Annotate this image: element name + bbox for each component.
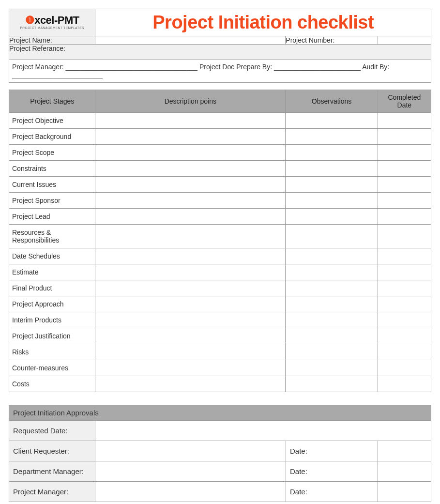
approval-date-label: Date: bbox=[286, 461, 378, 482]
date-cell[interactable] bbox=[378, 328, 431, 344]
desc-cell[interactable] bbox=[95, 376, 286, 392]
obs-cell[interactable] bbox=[286, 296, 378, 312]
date-cell[interactable] bbox=[378, 376, 431, 392]
approval-row: Client Requester:Date: bbox=[9, 441, 431, 461]
desc-cell[interactable] bbox=[95, 312, 286, 328]
desc-cell[interactable] bbox=[95, 344, 286, 360]
date-cell[interactable] bbox=[378, 264, 431, 280]
approval-row: Project Manager:Date: bbox=[9, 482, 431, 502]
obs-cell[interactable] bbox=[286, 248, 378, 264]
approval-date-value[interactable] bbox=[378, 441, 431, 461]
table-row: Project Scope bbox=[9, 145, 431, 161]
date-cell[interactable] bbox=[378, 312, 431, 328]
approval-date-value[interactable] bbox=[378, 461, 431, 482]
stage-cell: Project Justification bbox=[9, 328, 95, 344]
project-number-value[interactable] bbox=[378, 36, 431, 45]
table-row: Resources & Responsibilities bbox=[9, 225, 431, 248]
desc-cell[interactable] bbox=[95, 248, 286, 264]
table-row: Final Product bbox=[9, 280, 431, 296]
date-cell[interactable] bbox=[378, 360, 431, 376]
date-cell[interactable] bbox=[378, 296, 431, 312]
stage-cell: Current Issues bbox=[9, 177, 95, 193]
approvals-table: Project Initiation Approvals Requested D… bbox=[9, 405, 431, 502]
date-cell[interactable] bbox=[378, 113, 431, 129]
stage-cell: Project Approach bbox=[9, 296, 95, 312]
table-row: Counter-measures bbox=[9, 360, 431, 376]
table-row: Project Justification bbox=[9, 328, 431, 344]
date-cell[interactable] bbox=[378, 280, 431, 296]
date-cell[interactable] bbox=[378, 225, 431, 248]
doc-blank-line[interactable]: _______________________ bbox=[274, 63, 361, 71]
stage-cell: Project Sponsor bbox=[9, 193, 95, 209]
obs-cell[interactable] bbox=[286, 161, 378, 177]
desc-cell[interactable] bbox=[95, 129, 286, 145]
table-row: Costs bbox=[9, 376, 431, 392]
date-cell[interactable] bbox=[378, 193, 431, 209]
approval-date-label: Date: bbox=[286, 441, 378, 461]
date-cell[interactable] bbox=[378, 344, 431, 360]
obs-cell[interactable] bbox=[286, 209, 378, 225]
logo-text-post: PMT bbox=[58, 14, 79, 26]
desc-cell[interactable] bbox=[95, 328, 286, 344]
obs-cell[interactable] bbox=[286, 264, 378, 280]
stage-cell: Resources & Responsibilities bbox=[9, 225, 95, 248]
table-row: Estimate bbox=[9, 264, 431, 280]
obs-cell[interactable] bbox=[286, 129, 378, 145]
date-cell[interactable] bbox=[378, 145, 431, 161]
stage-cell: Interim Products bbox=[9, 312, 95, 328]
table-row: Date Schedules bbox=[9, 248, 431, 264]
desc-cell[interactable] bbox=[95, 145, 286, 161]
date-cell[interactable] bbox=[378, 248, 431, 264]
approval-value[interactable] bbox=[95, 441, 286, 461]
stage-cell: Date Schedules bbox=[9, 248, 95, 264]
obs-cell[interactable] bbox=[286, 113, 378, 129]
col-header-obs: Observations bbox=[286, 90, 378, 113]
desc-cell[interactable] bbox=[95, 360, 286, 376]
col-header-desc: Description poins bbox=[95, 90, 286, 113]
table-row: Project Sponsor bbox=[9, 193, 431, 209]
obs-cell[interactable] bbox=[286, 344, 378, 360]
desc-cell[interactable] bbox=[95, 193, 286, 209]
table-row: Risks bbox=[9, 344, 431, 360]
approval-value[interactable] bbox=[95, 461, 286, 482]
obs-cell[interactable] bbox=[286, 280, 378, 296]
requested-date-value[interactable] bbox=[95, 421, 431, 441]
approval-date-value[interactable] bbox=[378, 482, 431, 502]
stages-header-row: Project Stages Description poins Observa… bbox=[9, 90, 431, 113]
obs-cell[interactable] bbox=[286, 360, 378, 376]
desc-cell[interactable] bbox=[95, 280, 286, 296]
date-cell[interactable] bbox=[378, 161, 431, 177]
audit-blank-line[interactable]: ________________________ bbox=[12, 71, 103, 78]
date-cell[interactable] bbox=[378, 129, 431, 145]
project-name-label: Project Name: bbox=[9, 36, 95, 45]
desc-cell[interactable] bbox=[95, 209, 286, 225]
obs-cell[interactable] bbox=[286, 376, 378, 392]
pm-blank-line[interactable]: ___________________________________ bbox=[66, 63, 198, 71]
table-row: Interim Products bbox=[9, 312, 431, 328]
approval-label: Department Manager: bbox=[9, 461, 95, 482]
table-row: Project Objective bbox=[9, 113, 431, 129]
obs-cell[interactable] bbox=[286, 312, 378, 328]
obs-cell[interactable] bbox=[286, 328, 378, 344]
col-header-stage: Project Stages bbox=[9, 90, 95, 113]
approvals-heading: Project Initiation Approvals bbox=[9, 405, 431, 421]
desc-cell[interactable] bbox=[95, 296, 286, 312]
obs-cell[interactable] bbox=[286, 145, 378, 161]
desc-cell[interactable] bbox=[95, 264, 286, 280]
approval-date-label: Date: bbox=[286, 482, 378, 502]
obs-cell[interactable] bbox=[286, 177, 378, 193]
obs-cell[interactable] bbox=[286, 225, 378, 248]
project-name-value[interactable] bbox=[95, 36, 286, 45]
stage-cell: Project Lead bbox=[9, 209, 95, 225]
date-cell[interactable] bbox=[378, 209, 431, 225]
obs-cell[interactable] bbox=[286, 193, 378, 209]
desc-cell[interactable] bbox=[95, 177, 286, 193]
date-cell[interactable] bbox=[378, 177, 431, 193]
approval-value[interactable] bbox=[95, 482, 286, 502]
desc-cell[interactable] bbox=[95, 161, 286, 177]
desc-cell[interactable] bbox=[95, 113, 286, 129]
page-title: Project Initiation checklist bbox=[152, 12, 374, 32]
desc-cell[interactable] bbox=[95, 225, 286, 248]
logo-text-pre: xcel- bbox=[34, 14, 58, 26]
audit-label: Audit By: bbox=[362, 63, 389, 71]
